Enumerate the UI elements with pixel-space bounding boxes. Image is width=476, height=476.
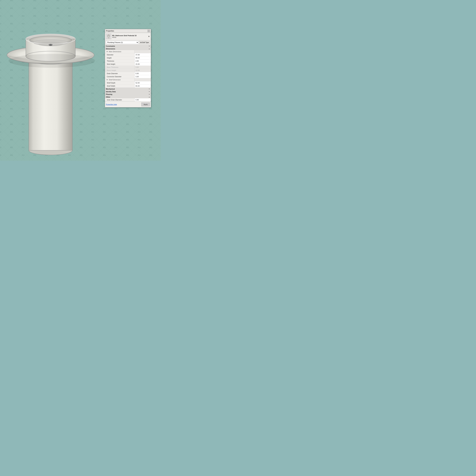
thickness-label: Thickness [105, 60, 135, 63]
prop-basin-height: Basin Height 12.00 [105, 69, 151, 72]
edit-type-button[interactable]: ⊞ Edit Type [139, 41, 150, 44]
svg-point-13 [49, 44, 52, 45]
connector-diameter-value[interactable]: 3.20 [135, 75, 151, 78]
properties-help-link[interactable]: Properties help [106, 103, 117, 105]
apply-button[interactable]: Apply [141, 102, 150, 106]
section-dimensions[interactable]: Dimensions ▲ [105, 48, 151, 50]
shelf-depth-label: Shelf Depth [105, 81, 135, 84]
prop-height: Height 90.00 [105, 56, 151, 60]
type-name: RD_Bathroom Sink Pedestal 16 [112, 35, 147, 36]
panel-footer: Properties help Apply [105, 102, 151, 107]
svg-point-15 [9, 54, 95, 68]
type-icon [106, 34, 111, 39]
thickness-value[interactable]: 2.00 [135, 60, 151, 63]
category-filter[interactable]: Plumbing Fixtures (1) [106, 41, 139, 44]
main-dimensions-value [135, 50, 151, 53]
drain-diameter-value[interactable]: 5.00 [135, 72, 151, 75]
sink-height-value[interactable]: 15.00 [135, 63, 151, 66]
section-other[interactable]: Other ▲ [105, 96, 151, 98]
basin-height-value: 12.00 [135, 69, 151, 72]
prop-drain-diameter: Drain Diameter 5.00 [105, 72, 151, 75]
main-dimensions-label: Main Dimensions [105, 50, 135, 53]
height-value[interactable]: 90.00 [135, 56, 151, 59]
inner-drain-diameter-value[interactable]: 4.40 [135, 98, 151, 101]
base-thickness-label: Base Thickness [105, 66, 135, 69]
base-thickness-value: 3.00 [135, 66, 151, 69]
sink-height-label: Sink Height [105, 63, 135, 66]
diameter-label: Diameter [105, 53, 135, 56]
type-info: RD_Bathroom Sink Pedestal 16 White [112, 35, 147, 38]
section-identity-data[interactable]: Identity Data ▼ [105, 90, 151, 93]
prop-shelf-width: Shelf Width 65.00 [105, 85, 151, 88]
svg-rect-2 [29, 60, 72, 150]
type-dropdown-arrow[interactable]: ▼ [148, 35, 150, 38]
sink-3d-model [0, 0, 101, 161]
prop-diameter: Diameter 37.00 [105, 53, 151, 56]
type-selector-row: RD_Bathroom Sink Pedestal 16 White ▼ [105, 33, 151, 40]
shelf-dimension-value [135, 78, 151, 81]
prop-connector-diameter: Connector Diameter 3.20 [105, 75, 151, 78]
section-phasing[interactable]: Phasing ▼ [105, 93, 151, 96]
type-subname: White [112, 36, 147, 38]
diameter-value[interactable]: 37.00 [135, 53, 151, 56]
prop-thickness: Thickness 2.00 [105, 60, 151, 63]
section-constraints[interactable]: Constraints ▼ [105, 45, 151, 48]
shelf-depth-value[interactable]: 52.00 [135, 81, 151, 84]
prop-main-dimensions-group: Main Dimensions [105, 50, 151, 53]
section-mechanical[interactable]: Mechanical ▼ [105, 88, 151, 90]
basin-height-label: Basin Height [105, 69, 135, 72]
properties-content: Constraints ▼ Dimensions ▲ Main Dimensio… [105, 45, 151, 102]
connector-diameter-label: Connector Diameter [105, 75, 135, 78]
model-viewport [0, 0, 101, 161]
prop-shelf-dimension-group: Shelf Dimension [105, 78, 151, 81]
svg-point-19 [108, 38, 110, 38]
height-label: Height [105, 56, 135, 59]
inner-drain-diameter-label: Inner Drain Diameter [105, 98, 135, 101]
prop-inner-drain-diameter: Inner Drain Diameter 4.40 [105, 98, 151, 102]
properties-panel: Properties × RD_Bathroom Sink Pedestal 1… [105, 29, 151, 107]
close-button[interactable]: × [148, 30, 150, 32]
drain-diameter-label: Drain Diameter [105, 72, 135, 75]
shelf-dimension-label: Shelf Dimension [105, 78, 135, 81]
prop-sink-height: Sink Height 15.00 [105, 63, 151, 66]
prop-shelf-depth: Shelf Depth 52.00 [105, 81, 151, 85]
filter-row: Plumbing Fixtures (1) ⊞ Edit Type [105, 40, 151, 45]
shelf-width-value[interactable]: 65.00 [135, 85, 151, 87]
prop-base-thickness: Base Thickness 3.00 [105, 66, 151, 69]
panel-title: Properties [106, 30, 114, 32]
shelf-width-label: Shelf Width [105, 85, 135, 87]
edit-type-icon: ⊞ [140, 41, 142, 43]
panel-titlebar[interactable]: Properties × [105, 29, 151, 33]
